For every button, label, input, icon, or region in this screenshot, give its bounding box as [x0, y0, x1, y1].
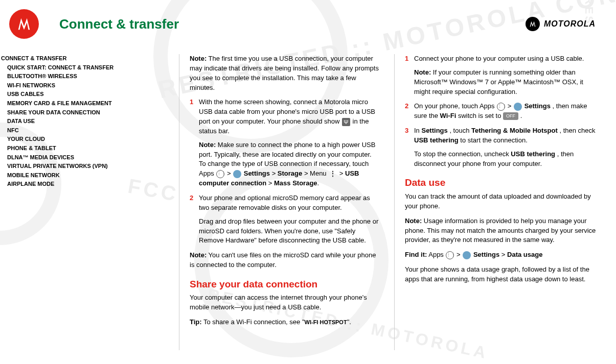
- body-text: , then check: [559, 127, 595, 134]
- toc-item[interactable]: Wi-Fi networks: [1, 81, 166, 90]
- page-header: Connect & transfer MOTOROLA: [0, 0, 616, 44]
- body-text: The first time you use a USB connection,…: [190, 55, 379, 91]
- section-heading: Data use: [405, 176, 600, 190]
- toc-item[interactable]: Quick start: Connect & transfer: [1, 63, 166, 72]
- body-text: , touch: [449, 127, 471, 134]
- toc-item[interactable]: Share your data connection: [1, 108, 166, 117]
- body-text: >: [227, 169, 233, 177]
- menu-dots-icon: ⋮: [329, 170, 337, 178]
- note-label: Note:: [190, 251, 207, 259]
- list-item: In Settings , touch Tethering & Mobile H…: [405, 126, 600, 168]
- table-of-contents: Connect & transfer Quick start: Connect …: [1, 54, 166, 189]
- column-divider: [394, 54, 395, 350]
- bold-text: Wi-Fi: [440, 112, 457, 119]
- body-text: Apps: [428, 251, 445, 258]
- body-text: >: [457, 251, 462, 258]
- body-text: ".: [347, 318, 351, 326]
- section-heading: Share your data connection: [190, 277, 380, 292]
- body-text: .: [520, 112, 522, 119]
- body-text: In: [414, 127, 421, 134]
- note-label: Note:: [199, 141, 216, 149]
- body-text: Drag and drop files between your compute…: [199, 217, 380, 246]
- toc-item[interactable]: Airplane mode: [1, 180, 166, 189]
- apps-icon: ⋮⋮: [446, 251, 454, 259]
- page-title: Connect & transfer: [59, 16, 179, 32]
- list-item: Connect your phone to your computer usin…: [405, 54, 600, 96]
- body-text: >: [508, 102, 513, 110]
- note-label: Note:: [190, 55, 207, 62]
- note-label: Note:: [414, 68, 431, 76]
- toc-item[interactable]: Bluetooth® wireless: [1, 72, 166, 81]
- bold-text: Mass Storage: [274, 179, 317, 187]
- list-item: Your phone and optional microSD memory c…: [190, 193, 380, 246]
- body-text: > Menu: [304, 169, 328, 177]
- body-text: On your phone, touch Apps: [414, 102, 496, 110]
- body-text: To stop the connection, uncheck: [414, 150, 511, 158]
- body-text: Connect your phone to your computer usin…: [414, 55, 584, 62]
- settings-icon: [514, 103, 522, 111]
- body-text: Your phone and optional microSD memory c…: [199, 194, 370, 211]
- brand-text: MOTOROLA: [544, 19, 596, 29]
- motorola-batwing-icon: [526, 17, 540, 31]
- toc-item[interactable]: Mobile network: [1, 171, 166, 180]
- content-column-2: Connect your phone to your computer usin…: [405, 54, 609, 350]
- body-text: Usage information is provided to help yo…: [405, 217, 596, 244]
- apps-icon: ⋮⋮: [216, 170, 224, 178]
- toc-item[interactable]: Virtual Private Networks (VPN): [1, 162, 166, 171]
- toc-item[interactable]: Your cloud: [1, 135, 166, 144]
- bold-text: Settings: [421, 127, 447, 134]
- body-text: Your phone shows a data usage graph, fol…: [405, 265, 600, 284]
- list-item: On your phone, touch Apps ⋮⋮ > Settings …: [405, 102, 600, 121]
- list-item: With the home screen showing, connect a …: [190, 98, 380, 188]
- off-switch-icon: OFF: [503, 112, 518, 120]
- body-text: switch is set to: [458, 112, 503, 119]
- body-text: You can't use files on the microSD card …: [190, 251, 376, 269]
- body-text: Your computer can access the internet th…: [190, 293, 380, 312]
- bold-text: Storage: [278, 169, 302, 177]
- tip-label: Tip:: [190, 318, 202, 326]
- content-column-1: Note: The first time you use a USB conne…: [190, 54, 389, 350]
- motorola-logo-icon: [9, 9, 39, 39]
- note-label: Note:: [405, 217, 422, 225]
- body-text: If your computer is running something ol…: [414, 68, 583, 95]
- bold-text: Settings: [473, 251, 499, 258]
- body-text: You can track the amount of data uploade…: [405, 192, 600, 211]
- findit-label: Find it:: [405, 251, 427, 258]
- toc-heading[interactable]: Connect & transfer: [1, 55, 66, 61]
- brand-mark: MOTOROLA: [526, 17, 596, 31]
- bold-text: Tethering & Mobile Hotspot: [471, 127, 558, 134]
- toc-item[interactable]: NFC: [1, 126, 166, 135]
- apps-icon: ⋮⋮: [497, 103, 505, 111]
- body-text: To share a Wi-Fi connection, see ": [203, 318, 305, 326]
- settings-icon: [233, 170, 241, 178]
- bold-text: Settings: [244, 169, 270, 177]
- settings-icon: [463, 251, 471, 259]
- bold-text: Settings: [524, 102, 551, 110]
- toc-item[interactable]: DLNA™ media devices: [1, 153, 166, 162]
- toc-item[interactable]: Memory card & file management: [1, 99, 166, 108]
- sidebar: Connect & transfer Quick start: Connect …: [0, 54, 174, 350]
- bold-text: Data usage: [507, 251, 542, 258]
- usb-icon: Ψ: [342, 118, 350, 126]
- toc-item[interactable]: Data use: [1, 117, 166, 126]
- column-divider: [179, 54, 179, 350]
- toc-item[interactable]: Phone & tablet: [1, 144, 166, 153]
- body-text: to start the connection.: [460, 136, 528, 144]
- link-text[interactable]: Wi-Fi hotspot: [305, 319, 347, 325]
- bold-text: USB tethering: [414, 136, 459, 144]
- toc-item[interactable]: USB cables: [1, 90, 166, 99]
- bold-text: USB tethering: [511, 150, 555, 158]
